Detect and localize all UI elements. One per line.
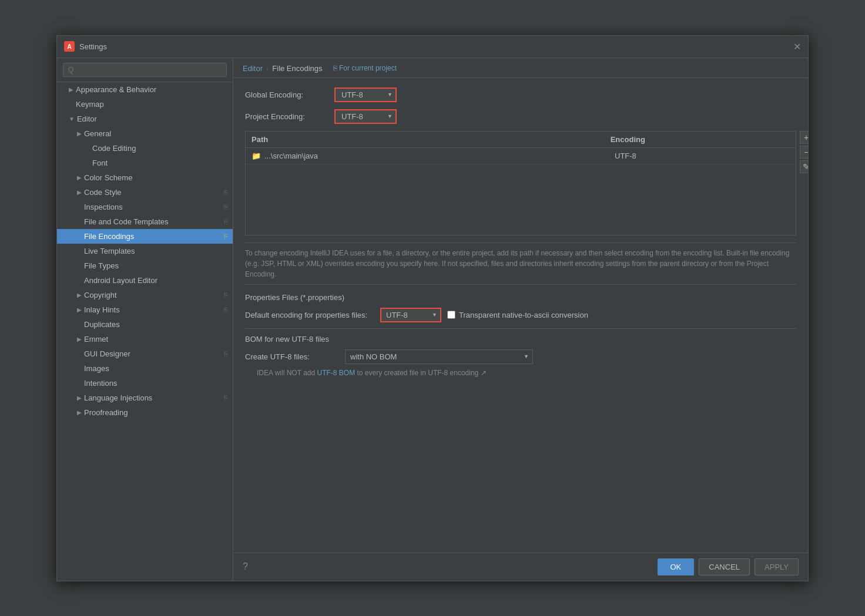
sidebar-item-label: Intentions <box>84 379 117 388</box>
arrow-icon: ▶ <box>77 292 82 298</box>
table-empty-area <box>246 164 796 235</box>
encoding-table: Path Encoding 📁 ...\src\main\java UTF-8 <box>245 131 796 235</box>
sidebar-item-label: Copyright <box>84 291 117 299</box>
sidebar-item-label: Code Editing <box>92 144 136 153</box>
bom-highlight[interactable]: UTF-8 BOM <box>317 369 355 377</box>
search-box <box>57 58 233 82</box>
sidebar-item-color-scheme[interactable]: ▶ Color Scheme <box>57 170 233 185</box>
sidebar-item-keymap[interactable]: ▶ Keymap <box>57 97 233 112</box>
bom-section-title: BOM for new UTF-8 files <box>245 335 796 344</box>
breadcrumb-current: File Encodings <box>272 64 322 73</box>
folder-icon: 📁 <box>252 152 261 160</box>
sidebar-item-duplicates[interactable]: ▶ Duplicates <box>57 317 233 332</box>
sidebar-item-proofreading[interactable]: ▶ Proofreading <box>57 405 233 420</box>
close-button[interactable]: ✕ <box>793 41 801 52</box>
global-encoding-row: Global Encoding: UTF-8 UTF-16 ISO-8859-1 <box>245 87 796 102</box>
table-action-buttons: + − ✎ <box>800 131 808 173</box>
arrow-icon: ▶ <box>77 130 82 137</box>
sidebar-item-file-code-templates[interactable]: ▶ File and Code Templates ⎘ <box>57 214 233 229</box>
sidebar-item-live-templates[interactable]: ▶ Live Templates <box>57 244 233 258</box>
arrow-icon: ▶ <box>77 307 82 313</box>
cancel-button[interactable]: CANCEL <box>699 558 750 575</box>
info-text: To change encoding IntelliJ IDEA uses fo… <box>245 243 796 285</box>
search-input[interactable] <box>63 63 227 77</box>
sidebar-item-inspections[interactable]: ▶ Inspections ⎘ <box>57 200 233 214</box>
ok-button[interactable]: OK <box>658 558 695 575</box>
sidebar-item-file-encodings[interactable]: ▶ File Encodings ⎘ <box>57 229 233 244</box>
sidebar-item-label: Language Injections <box>84 393 152 402</box>
arrow-icon: ▶ <box>69 86 73 93</box>
apply-button[interactable]: APPLY <box>755 558 799 575</box>
section-divider <box>245 328 796 329</box>
footer-buttons: OK CANCEL APPLY <box>658 558 799 575</box>
copy-icon: ⎘ <box>224 350 228 357</box>
sidebar: ▶ Appearance & Behavior ▶ Keymap ▼ Edito… <box>57 58 233 581</box>
col-encoding-header: Encoding <box>611 135 790 144</box>
remove-row-button[interactable]: − <box>800 146 808 159</box>
main-panel: Editor › File Encodings ⎘ For current pr… <box>233 58 808 581</box>
col-path-header: Path <box>252 135 611 144</box>
transparent-label: Transparent native-to-ascii conversion <box>459 311 588 319</box>
global-encoding-select[interactable]: UTF-8 UTF-16 ISO-8859-1 <box>334 87 397 102</box>
transparent-checkbox[interactable] <box>447 311 455 319</box>
sidebar-item-inlay-hints[interactable]: ▶ Inlay Hints ⎘ <box>57 302 233 317</box>
sidebar-item-label: Editor <box>77 115 97 123</box>
sidebar-item-font[interactable]: ▶ Font <box>57 156 233 170</box>
sidebar-item-label: Inspections <box>84 203 123 211</box>
bom-section: BOM for new UTF-8 files Create UTF-8 fil… <box>245 335 796 377</box>
breadcrumb-sep: › <box>266 64 269 73</box>
sidebar-item-language-injections[interactable]: ▶ Language Injections ⎘ <box>57 391 233 405</box>
sidebar-item-label: Appearance & Behavior <box>76 85 156 94</box>
sidebar-item-label: Inlay Hints <box>84 305 120 314</box>
sidebar-item-label: GUI Designer <box>84 349 130 358</box>
sidebar-item-code-style[interactable]: ▶ Code Style ⎘ <box>57 185 233 200</box>
copy-icon: ⎘ <box>224 291 228 298</box>
sidebar-item-label: Images <box>84 364 109 373</box>
project-encoding-select[interactable]: UTF-8 UTF-16 ISO-8859-1 <box>334 109 397 124</box>
window-title: Settings <box>79 42 793 51</box>
add-row-button[interactable]: + <box>800 131 808 144</box>
sidebar-item-code-editing[interactable]: ▶ Code Editing <box>57 141 233 156</box>
sidebar-item-images[interactable]: ▶ Images <box>57 361 233 376</box>
default-encoding-row: Default encoding for properties files: U… <box>245 308 796 322</box>
bom-dropdown-wrapper: with NO BOM with BOM <box>345 349 533 364</box>
default-encoding-select[interactable]: UTF-8 UTF-16 ISO-8859-1 <box>380 308 441 322</box>
sidebar-item-label: File Encodings <box>84 232 134 241</box>
global-encoding-dropdown-wrapper: UTF-8 UTF-16 ISO-8859-1 <box>334 87 397 102</box>
default-encoding-dropdown-wrapper: UTF-8 UTF-16 ISO-8859-1 <box>380 308 441 322</box>
sidebar-item-android-layout[interactable]: ▶ Android Layout Editor <box>57 273 233 288</box>
sidebar-item-gui-designer[interactable]: ▶ GUI Designer ⎘ <box>57 346 233 361</box>
help-button[interactable]: ? <box>243 561 248 572</box>
copy-icon: ⎘ <box>224 233 228 240</box>
arrow-icon: ▶ <box>77 336 82 342</box>
arrow-icon: ▶ <box>77 189 82 196</box>
table-row[interactable]: 📁 ...\src\main\java UTF-8 <box>246 148 796 164</box>
arrow-icon: ▼ <box>69 116 75 122</box>
breadcrumb-project-link[interactable]: ⎘ For current project <box>333 64 397 72</box>
sidebar-item-label: Android Layout Editor <box>84 276 157 285</box>
bom-dropdown[interactable]: with NO BOM with BOM <box>345 349 533 364</box>
breadcrumb-editor[interactable]: Editor <box>243 64 263 73</box>
arrow-icon: ▶ <box>77 395 82 401</box>
copy-icon: ⎘ <box>224 188 228 196</box>
title-bar: A Settings ✕ <box>57 36 808 58</box>
edit-row-button[interactable]: ✎ <box>800 160 808 173</box>
sidebar-item-general[interactable]: ▶ General <box>57 126 233 141</box>
sidebar-item-file-types[interactable]: ▶ File Types <box>57 258 233 273</box>
sidebar-item-label: Code Style <box>84 188 122 197</box>
global-encoding-label: Global Encoding: <box>245 90 327 99</box>
sidebar-item-editor[interactable]: ▼ Editor <box>57 112 233 126</box>
main-content: ▶ Appearance & Behavior ▶ Keymap ▼ Edito… <box>57 58 808 581</box>
sidebar-item-intentions[interactable]: ▶ Intentions <box>57 376 233 391</box>
arrow-icon: ▶ <box>77 174 82 181</box>
sidebar-item-copyright[interactable]: ▶ Copyright ⎘ <box>57 288 233 302</box>
sidebar-item-label: Duplicates <box>84 320 120 329</box>
sidebar-item-label: Font <box>92 159 108 167</box>
sidebar-item-label: File and Code Templates <box>84 217 169 226</box>
sidebar-item-emmet[interactable]: ▶ Emmet <box>57 332 233 346</box>
sidebar-item-label: Keymap <box>76 100 104 109</box>
bom-create-row: Create UTF-8 files: with NO BOM with BOM <box>245 349 796 364</box>
sidebar-item-appearance[interactable]: ▶ Appearance & Behavior <box>57 82 233 97</box>
project-encoding-row: Project Encoding: UTF-8 UTF-16 ISO-8859-… <box>245 109 796 124</box>
copy-icon: ⎘ <box>224 218 228 225</box>
